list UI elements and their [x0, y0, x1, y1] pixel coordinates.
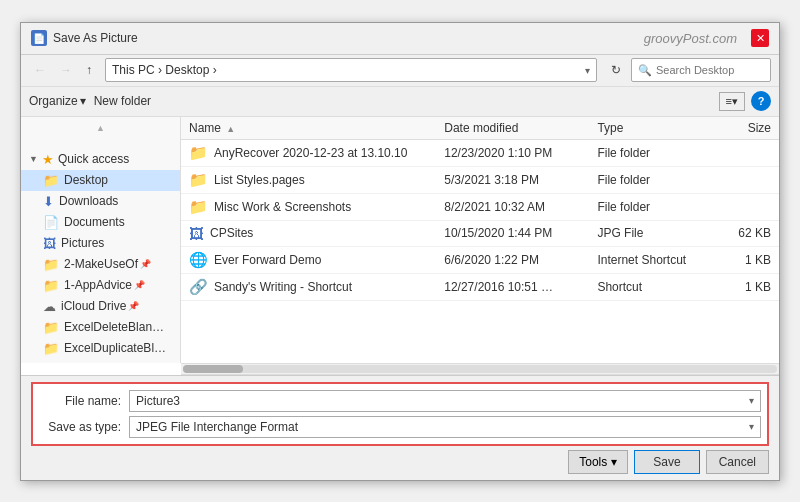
- organize-arrow-icon: ▾: [80, 94, 86, 108]
- file-name-cell: 📁 AnyRecover 2020-12-23 at 13.10.10: [189, 144, 444, 162]
- sidebar-item-documents[interactable]: 📄 Documents: [21, 212, 180, 233]
- sidebar-scroll-up[interactable]: ▲: [21, 121, 180, 135]
- address-bar[interactable]: This PC › Desktop › ▾: [105, 58, 597, 82]
- filename-value: Picture3: [136, 394, 180, 408]
- back-button[interactable]: ←: [29, 60, 51, 80]
- web-icon: 🌐: [189, 251, 208, 269]
- search-box[interactable]: 🔍: [631, 58, 771, 82]
- sidebar-item-label: Documents: [64, 215, 125, 229]
- new-folder-button[interactable]: New folder: [94, 94, 151, 108]
- folder-icon: 📁: [189, 144, 208, 162]
- toolbar-right: ≡▾ ?: [719, 91, 771, 111]
- filename-label: File name:: [39, 394, 129, 408]
- file-name-cell: 📁 List Styles.pages: [189, 171, 444, 189]
- file-size-cell: 1 KB: [720, 280, 771, 294]
- refresh-button[interactable]: ↻: [605, 60, 627, 80]
- filename-input[interactable]: Picture3 ▾: [129, 390, 761, 412]
- col-date-header[interactable]: Date modified: [444, 121, 597, 135]
- pictures-icon: 🖼: [43, 236, 56, 251]
- up-button[interactable]: ↑: [81, 60, 97, 80]
- sidebar-item-excel-delete[interactable]: 📁 ExcelDeleteBlan…: [21, 317, 180, 338]
- table-row[interactable]: 🖼 CPSites 10/15/2020 1:44 PM JPG File 62…: [181, 221, 779, 247]
- table-row[interactable]: 🔗 Sandy's Writing - Shortcut 12/27/2016 …: [181, 274, 779, 301]
- dialog-title: Save As Picture: [53, 31, 138, 45]
- cloud-icon: ☁: [43, 299, 56, 314]
- sidebar-item-icloud[interactable]: ☁ iCloud Drive 📌: [21, 296, 180, 317]
- sidebar-item-1-appadvice[interactable]: 📁 1-AppAdvice 📌: [21, 275, 180, 296]
- folder-icon: 📁: [43, 257, 59, 272]
- sidebar-item-label: Desktop: [64, 173, 108, 187]
- table-row[interactable]: 📁 List Styles.pages 5/3/2021 3:18 PM Fil…: [181, 167, 779, 194]
- col-type-header[interactable]: Type: [597, 121, 720, 135]
- scroll-thumb[interactable]: [183, 365, 243, 373]
- expand-arrow-icon: ▼: [29, 154, 38, 164]
- sidebar-item-label: 1-AppAdvice: [64, 278, 132, 292]
- file-name-cell: 🌐 Ever Forward Demo: [189, 251, 444, 269]
- tools-button[interactable]: Tools ▾: [568, 450, 628, 474]
- file-list: Name ▲ Date modified Type Size 📁 AnyReco…: [181, 117, 779, 363]
- col-name-header[interactable]: Name ▲: [189, 121, 444, 135]
- pin-icon: 📌: [134, 280, 145, 290]
- title-bar-right: groovyPost.com ✕: [644, 29, 769, 47]
- watermark: groovyPost.com: [644, 31, 737, 46]
- main-content: ▲ ▼ ★ Quick access 📁 Desktop ⬇ Downloads…: [21, 117, 779, 363]
- title-bar: 📄 Save As Picture groovyPost.com ✕: [21, 23, 779, 55]
- forward-button[interactable]: →: [55, 60, 77, 80]
- horizontal-scrollbar[interactable]: [181, 363, 779, 375]
- nav-bar: ← → ↑ This PC › Desktop › ▾ ↻ 🔍: [21, 55, 779, 87]
- sidebar-item-downloads[interactable]: ⬇ Downloads: [21, 191, 180, 212]
- pin-icon: 📌: [140, 259, 151, 269]
- file-date-cell: 12/27/2016 10:51 …: [444, 280, 597, 294]
- table-row[interactable]: 🌐 Ever Forward Demo 6/6/2020 1:22 PM Int…: [181, 247, 779, 274]
- toolbar-left: Organize ▾ New folder: [29, 94, 151, 108]
- sidebar-quick-access: ▼ ★ Quick access 📁 Desktop ⬇ Downloads 📄…: [21, 149, 180, 359]
- file-type-cell: Shortcut: [597, 280, 720, 294]
- save-as-dialog: 📄 Save As Picture groovyPost.com ✕ ← → ↑…: [20, 22, 780, 481]
- file-name-cell: 🔗 Sandy's Writing - Shortcut: [189, 278, 444, 296]
- sidebar-item-excel-dup[interactable]: 📁 ExcelDuplicateBl…: [21, 338, 180, 359]
- file-type-cell: File folder: [597, 146, 720, 160]
- file-name-cell: 🖼 CPSites: [189, 225, 444, 242]
- shortcut-icon: 🔗: [189, 278, 208, 296]
- dialog-icon: 📄: [31, 30, 47, 46]
- toolbar: Organize ▾ New folder ≡▾ ?: [21, 87, 779, 117]
- folder-icon: 📁: [43, 278, 59, 293]
- sidebar-item-label: ExcelDuplicateBl…: [64, 341, 166, 355]
- file-size-cell: 62 KB: [720, 226, 771, 240]
- search-input[interactable]: [656, 64, 756, 76]
- help-button[interactable]: ?: [751, 91, 771, 111]
- file-date-cell: 8/2/2021 10:32 AM: [444, 200, 597, 214]
- filetype-value: JPEG File Interchange Format: [136, 420, 298, 434]
- table-row[interactable]: 📁 AnyRecover 2020-12-23 at 13.10.10 12/2…: [181, 140, 779, 167]
- file-type-cell: Internet Shortcut: [597, 253, 720, 267]
- sidebar-item-label: ExcelDeleteBlan…: [64, 320, 164, 334]
- table-row[interactable]: 📁 Misc Work & Screenshots 8/2/2021 10:32…: [181, 194, 779, 221]
- save-button[interactable]: Save: [634, 450, 699, 474]
- sidebar-item-pictures[interactable]: 🖼 Pictures: [21, 233, 180, 254]
- col-size-header[interactable]: Size: [720, 121, 771, 135]
- address-dropdown-icon[interactable]: ▾: [585, 65, 590, 76]
- sort-arrow-icon: ▲: [226, 124, 235, 134]
- cancel-button[interactable]: Cancel: [706, 450, 769, 474]
- sidebar-item-label: iCloud Drive: [61, 299, 126, 313]
- address-text: This PC › Desktop ›: [112, 63, 585, 77]
- quick-access-header[interactable]: ▼ ★ Quick access: [21, 149, 180, 170]
- folder-icon: 📁: [43, 341, 59, 356]
- sidebar-item-desktop[interactable]: 📁 Desktop: [21, 170, 180, 191]
- folder-icon: 📁: [189, 198, 208, 216]
- organize-button[interactable]: Organize ▾: [29, 94, 86, 108]
- filetype-input[interactable]: JPEG File Interchange Format ▾: [129, 416, 761, 438]
- filetype-row: Save as type: JPEG File Interchange Form…: [39, 416, 761, 438]
- file-name-cell: 📁 Misc Work & Screenshots: [189, 198, 444, 216]
- file-list-header: Name ▲ Date modified Type Size: [181, 117, 779, 140]
- filetype-dropdown-icon[interactable]: ▾: [749, 421, 754, 432]
- download-icon: ⬇: [43, 194, 54, 209]
- filetype-label: Save as type:: [39, 420, 129, 434]
- sidebar-item-2-makeusef[interactable]: 📁 2-MakeUseOf 📌: [21, 254, 180, 275]
- filename-dropdown-icon[interactable]: ▾: [749, 395, 754, 406]
- image-icon: 🖼: [189, 225, 204, 242]
- view-button[interactable]: ≡▾: [719, 92, 745, 111]
- file-date-cell: 5/3/2021 3:18 PM: [444, 173, 597, 187]
- scroll-track: [183, 365, 777, 373]
- close-button[interactable]: ✕: [751, 29, 769, 47]
